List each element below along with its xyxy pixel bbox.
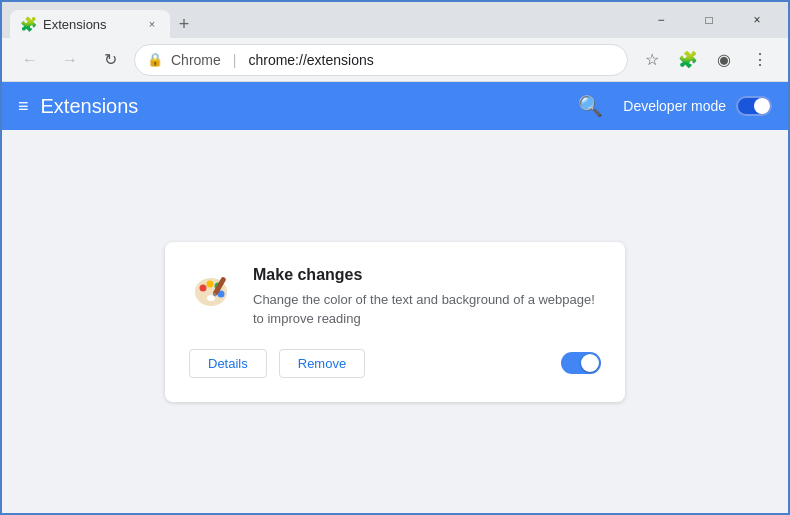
extension-card-bottom: Details Remove [189, 349, 601, 378]
extension-toggle[interactable] [561, 352, 601, 374]
extension-icon [189, 266, 237, 314]
url-text: chrome://extensions [248, 52, 373, 68]
extensions-button[interactable]: 🧩 [672, 44, 704, 76]
svg-point-2 [207, 280, 214, 287]
tab-area: 🧩 Extensions × + [10, 2, 630, 38]
details-button[interactable]: Details [189, 349, 267, 378]
minimize-button[interactable]: − [638, 4, 684, 36]
main-content: 🔍 RISK.COM [2, 130, 788, 513]
close-button[interactable]: × [734, 4, 780, 36]
maximize-button[interactable]: □ [686, 4, 732, 36]
extension-description: Change the color of the text and backgro… [253, 290, 601, 329]
tab-label: Extensions [43, 17, 107, 32]
chrome-brand-text: Chrome [171, 52, 221, 68]
reload-button[interactable]: ↻ [94, 44, 126, 76]
secure-icon: 🔒 [147, 52, 163, 67]
menu-icon[interactable]: ≡ [18, 96, 29, 117]
svg-point-7 [207, 295, 215, 301]
bookmark-button[interactable]: ☆ [636, 44, 668, 76]
new-tab-button[interactable]: + [170, 10, 198, 38]
window-controls: − □ × [638, 4, 780, 36]
extension-name: Make changes [253, 266, 601, 284]
toggle-knob [754, 98, 770, 114]
nav-icons-right: ☆ 🧩 ◉ ⋮ [636, 44, 776, 76]
nav-bar: ← → ↻ 🔒 Chrome | chrome://extensions ☆ 🧩… [2, 38, 788, 82]
extension-toggle-knob [581, 354, 599, 372]
developer-mode-label: Developer mode [623, 98, 726, 114]
svg-point-1 [200, 284, 207, 291]
tab-extension-icon: 🧩 [20, 16, 37, 32]
back-button[interactable]: ← [14, 44, 46, 76]
extension-card-top: Make changes Change the color of the tex… [189, 266, 601, 329]
forward-button[interactable]: → [54, 44, 86, 76]
developer-mode-toggle[interactable] [736, 96, 772, 116]
extensions-header: ≡ Extensions 🔍 Developer mode [2, 82, 788, 130]
extension-card: Make changes Change the color of the tex… [165, 242, 625, 402]
title-bar: 🧩 Extensions × + − □ × [2, 2, 788, 38]
tab-close-button[interactable]: × [144, 16, 160, 32]
chrome-menu-button[interactable]: ⋮ [744, 44, 776, 76]
extension-info: Make changes Change the color of the tex… [253, 266, 601, 329]
url-separator: | [233, 52, 237, 68]
remove-button[interactable]: Remove [279, 349, 365, 378]
search-icon[interactable]: 🔍 [578, 94, 603, 118]
address-bar[interactable]: 🔒 Chrome | chrome://extensions [134, 44, 628, 76]
account-button[interactable]: ◉ [708, 44, 740, 76]
active-tab[interactable]: 🧩 Extensions × [10, 10, 170, 38]
page-title: Extensions [41, 95, 579, 118]
